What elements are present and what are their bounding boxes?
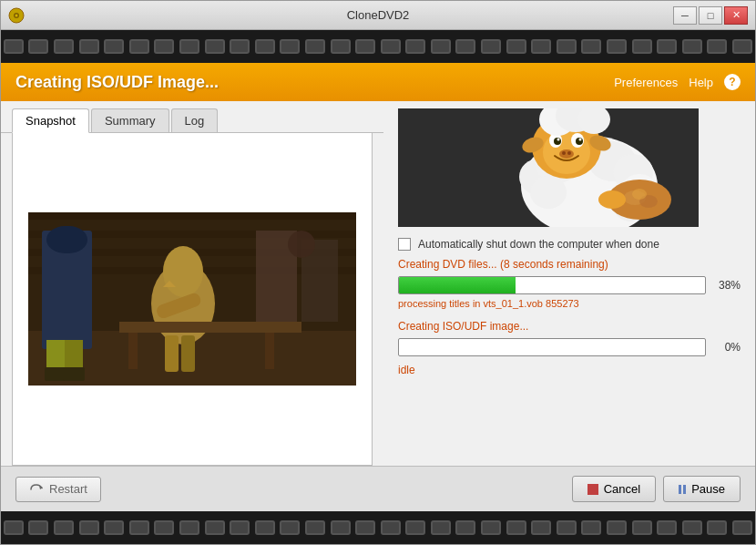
film-hole — [607, 39, 627, 54]
film-hole — [557, 39, 577, 54]
main-window: CloneDVD2 ─ □ ✕ — [0, 0, 756, 545]
film-hole — [481, 520, 501, 535]
film-hole — [255, 39, 275, 54]
film-hole — [4, 520, 24, 535]
film-hole — [129, 39, 149, 54]
film-hole — [405, 520, 425, 535]
film-hole — [79, 39, 99, 54]
film-hole — [54, 520, 74, 535]
app-icon — [8, 7, 25, 24]
film-hole — [154, 39, 174, 54]
svg-rect-28 — [28, 212, 356, 386]
tab-log[interactable]: Log — [171, 108, 219, 132]
film-hole — [431, 39, 451, 54]
film-hole — [4, 39, 24, 54]
film-hole — [581, 520, 601, 535]
step1-progress-fill — [399, 277, 516, 293]
film-hole — [481, 39, 501, 54]
step1-progress-bar — [398, 276, 706, 294]
step2-progress-row: 0% — [398, 338, 741, 356]
film-hole — [657, 39, 677, 54]
maximize-button[interactable]: □ — [699, 6, 722, 25]
bottom-bar: Restart Cancel Pause — [1, 466, 755, 511]
shutdown-checkbox-label: Automatically shut down the computer whe… — [418, 238, 659, 251]
step1-subtitle: processing titles in vts_01_1.vob 855273 — [398, 298, 741, 309]
svg-point-2 — [15, 14, 18, 16]
film-hole — [355, 520, 375, 535]
cancel-label: Cancel — [604, 482, 640, 496]
film-hole — [657, 520, 677, 535]
tab-bar: Snapshot Summary Log — [1, 101, 383, 133]
shutdown-checkbox-row: Automatically shut down the computer whe… — [398, 238, 741, 251]
film-hole — [230, 39, 250, 54]
title-bar: CloneDVD2 ─ □ ✕ — [1, 1, 755, 30]
title-bar-left — [8, 7, 25, 24]
shutdown-checkbox[interactable] — [398, 238, 411, 251]
film-hole — [405, 39, 425, 54]
svg-point-49 — [567, 151, 571, 155]
tab-snapshot[interactable]: Snapshot — [12, 108, 89, 133]
preferences-link[interactable]: Preferences — [614, 76, 678, 89]
minimize-button[interactable]: ─ — [673, 6, 697, 25]
film-hole — [531, 39, 551, 54]
bottom-right-buttons: Cancel Pause — [572, 476, 741, 502]
film-hole — [54, 39, 74, 54]
main-content: Snapshot Summary Log — [1, 101, 755, 511]
cancel-button[interactable]: Cancel — [572, 476, 656, 502]
film-hole — [732, 520, 752, 535]
window-title: CloneDVD2 — [347, 8, 410, 22]
window-controls: ─ □ ✕ — [673, 6, 748, 25]
film-hole — [28, 39, 48, 54]
film-hole — [581, 39, 601, 54]
svg-point-45 — [557, 139, 560, 141]
restart-button[interactable]: Restart — [15, 477, 101, 502]
film-hole — [632, 520, 652, 535]
svg-point-38 — [530, 176, 567, 209]
film-hole — [104, 520, 124, 535]
snapshot-area — [12, 133, 373, 466]
film-hole — [205, 520, 225, 535]
film-hole — [305, 39, 325, 54]
svg-point-47 — [559, 149, 574, 159]
filmstrip-bottom — [1, 511, 755, 544]
pause-icon — [679, 485, 686, 494]
film-hole — [531, 520, 551, 535]
film-hole — [381, 39, 401, 54]
film-hole — [280, 39, 300, 54]
status-text: idle — [398, 364, 741, 376]
close-button[interactable]: ✕ — [724, 6, 748, 25]
film-hole — [732, 39, 752, 54]
pause-label: Pause — [691, 482, 725, 496]
header-title: Creating ISO/UDF Image... — [15, 73, 219, 92]
film-hole — [455, 39, 475, 54]
restart-label: Restart — [49, 482, 87, 496]
film-hole — [707, 39, 727, 54]
restart-icon — [29, 482, 44, 497]
step2-label: Creating ISO/UDF image... — [398, 320, 741, 333]
sheep-svg — [398, 108, 699, 227]
film-hole — [331, 39, 351, 54]
film-hole — [431, 520, 451, 535]
pause-button[interactable]: Pause — [663, 476, 741, 502]
content-row: Snapshot Summary Log — [1, 101, 755, 466]
film-hole — [179, 39, 199, 54]
film-hole — [129, 520, 149, 535]
help-button[interactable]: ? — [724, 74, 741, 90]
film-hole — [104, 39, 124, 54]
header-bar: Creating ISO/UDF Image... Preferences He… — [1, 63, 755, 101]
sheep-image — [398, 108, 699, 227]
film-hole — [355, 39, 375, 54]
film-hole — [557, 520, 577, 535]
step2-progress-bar — [398, 338, 706, 356]
tab-summary[interactable]: Summary — [91, 108, 169, 132]
film-hole — [255, 520, 275, 535]
svg-point-48 — [562, 151, 566, 155]
film-hole — [305, 520, 325, 535]
film-hole — [280, 520, 300, 535]
step2-percent: 0% — [713, 341, 741, 354]
film-hole — [205, 39, 225, 54]
dvd-screenshot — [28, 212, 356, 386]
film-hole — [230, 520, 250, 535]
help-link[interactable]: Help — [689, 76, 713, 89]
step1-label: Creating DVD files... (8 seconds remaini… — [398, 258, 741, 271]
